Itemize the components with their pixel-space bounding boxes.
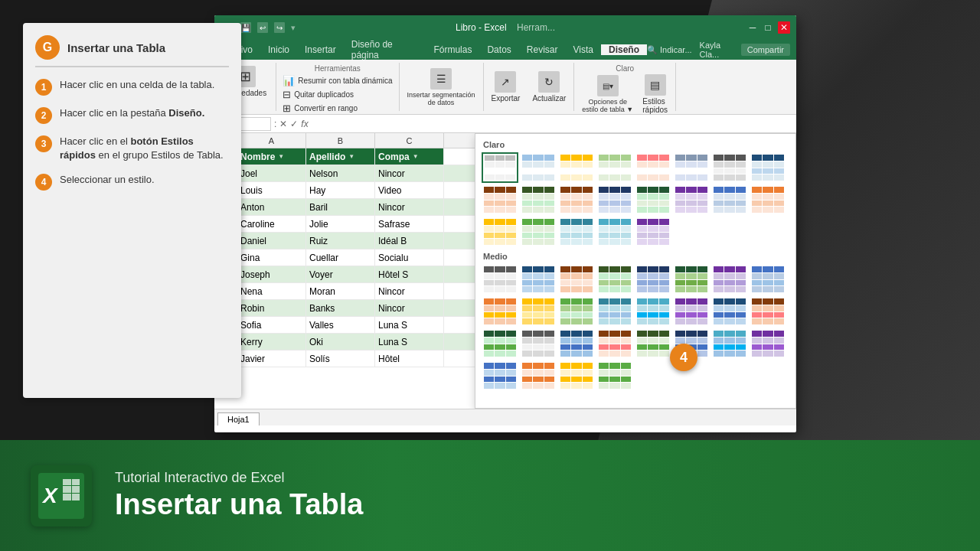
cell-c6[interactable]: Idéal B xyxy=(375,233,444,249)
cell-a7[interactable]: Gina xyxy=(237,249,306,266)
cell-c5[interactable]: Safrase xyxy=(375,216,444,232)
style-swatch[interactable] xyxy=(558,328,595,359)
filter-arrow-a1[interactable]: ▼ xyxy=(278,148,284,165)
cell-b7[interactable]: Cuellar xyxy=(306,249,375,266)
cell-b8[interactable]: Voyer xyxy=(306,266,375,282)
cell-b6[interactable]: Ruiz xyxy=(306,233,375,249)
style-swatch[interactable] xyxy=(596,184,633,215)
actualizar-button[interactable]: ↻ Actualizar xyxy=(529,70,569,104)
cell-c13[interactable]: Hôtel xyxy=(375,350,444,367)
tab-datos[interactable]: Datos xyxy=(479,44,518,55)
quitar-duplicados-btn[interactable]: ⊟ Quitar duplicados xyxy=(281,88,394,101)
style-swatch[interactable] xyxy=(558,184,595,215)
style-swatch[interactable] xyxy=(558,264,595,295)
cell-c11[interactable]: Luna S xyxy=(375,317,444,333)
cell-b2[interactable]: Nelson xyxy=(306,165,375,181)
style-swatch[interactable] xyxy=(711,152,748,183)
style-swatch[interactable] xyxy=(750,152,786,183)
cell-b10[interactable]: Banks xyxy=(306,300,375,316)
cell-b3[interactable]: Hay xyxy=(306,182,375,198)
cell-a13[interactable]: Javier xyxy=(237,350,306,367)
save-tb-btn[interactable]: 💾 xyxy=(240,22,251,33)
style-swatch[interactable] xyxy=(520,217,557,247)
convertir-rango-btn[interactable]: ⊞ Convertir en rango xyxy=(281,102,394,115)
segmentacion-button[interactable]: ☰ Insertar segmentaciónde datos xyxy=(404,67,479,108)
style-swatch[interactable] xyxy=(596,152,633,183)
style-swatch[interactable] xyxy=(596,360,633,391)
style-swatch[interactable] xyxy=(635,217,671,247)
user-account[interactable]: Kayla Cla... xyxy=(700,41,733,59)
style-swatch[interactable] xyxy=(482,360,518,391)
style-swatch[interactable] xyxy=(558,296,595,327)
style-swatch[interactable] xyxy=(750,264,786,295)
tab-insertar[interactable]: Insertar xyxy=(297,44,344,55)
style-swatch[interactable] xyxy=(711,264,748,295)
cell-a4[interactable]: Anton xyxy=(237,199,306,215)
cell-c1[interactable]: Compa ▼ xyxy=(375,148,444,165)
cell-a8[interactable]: Joseph xyxy=(237,266,306,282)
tab-diseno[interactable]: Diseño xyxy=(601,44,647,55)
tab-inicio[interactable]: Inicio xyxy=(260,44,297,55)
style-swatch[interactable] xyxy=(750,296,786,327)
redo-tb-btn[interactable]: ↪ xyxy=(274,22,285,33)
close-button[interactable]: ✕ xyxy=(778,21,790,34)
cell-c7[interactable]: Socialu xyxy=(375,249,444,266)
style-swatch[interactable] xyxy=(673,184,710,215)
style-dropdown[interactable]: Claro Medio xyxy=(475,133,796,409)
style-swatch[interactable] xyxy=(673,152,710,183)
style-swatch[interactable] xyxy=(711,328,748,359)
cell-c4[interactable]: Nincor xyxy=(375,199,444,215)
cell-c12[interactable]: Luna S xyxy=(375,334,444,350)
opciones-estilo-button[interactable]: ▤▾ Opciones deestilo de tabla ▼ xyxy=(579,73,636,115)
style-swatch[interactable] xyxy=(596,217,633,247)
cell-c3[interactable]: Video xyxy=(375,182,444,198)
sheet-tab-hoja1[interactable]: Hoja1 xyxy=(217,412,260,425)
style-swatch[interactable] xyxy=(482,217,518,247)
cell-a3[interactable]: Louis xyxy=(237,182,306,198)
style-swatch[interactable] xyxy=(635,296,671,327)
cell-a10[interactable]: Robin xyxy=(237,300,306,316)
style-swatch[interactable] xyxy=(750,328,786,359)
style-swatch[interactable] xyxy=(558,152,595,183)
cell-b13[interactable]: Solís xyxy=(306,350,375,367)
style-swatch[interactable] xyxy=(596,328,633,359)
fx-icon[interactable]: fx xyxy=(301,119,308,129)
style-swatch[interactable] xyxy=(711,184,748,215)
cell-a2[interactable]: Joel xyxy=(237,165,306,181)
cell-a12[interactable]: Kerry xyxy=(237,334,306,350)
style-swatch[interactable] xyxy=(596,296,633,327)
style-swatch[interactable] xyxy=(482,328,518,359)
style-swatch[interactable] xyxy=(482,184,518,215)
style-swatch[interactable] xyxy=(520,152,557,183)
style-swatch[interactable] xyxy=(520,360,557,391)
style-swatch[interactable] xyxy=(635,152,671,183)
exportar-button[interactable]: ↗ Exportar xyxy=(488,70,524,104)
cell-c2[interactable]: Nincor xyxy=(375,165,444,181)
cell-a5[interactable]: Caroline xyxy=(237,216,306,232)
filter-arrow-c1[interactable]: ▼ xyxy=(413,148,419,165)
search-indicator[interactable]: 🔍 Indicar... xyxy=(647,45,692,55)
style-swatch[interactable] xyxy=(750,184,786,215)
filter-arrow-b1[interactable]: ▼ xyxy=(348,148,354,165)
resumir-btn[interactable]: 📊 Resumir con tabla dinámica xyxy=(281,74,394,87)
cell-a1[interactable]: Nombre ▼ xyxy=(237,148,306,165)
cell-c9[interactable]: Nincor xyxy=(375,283,444,299)
style-swatch[interactable] xyxy=(558,217,595,247)
cell-b9[interactable]: Moran xyxy=(306,283,375,299)
style-swatch[interactable] xyxy=(482,152,518,183)
style-swatch[interactable] xyxy=(520,328,557,359)
cell-a11[interactable]: Sofia xyxy=(237,317,306,333)
share-button[interactable]: Compartir xyxy=(741,44,790,56)
confirm-formula-icon[interactable]: ✓ xyxy=(290,119,298,129)
cell-b4[interactable]: Baril xyxy=(306,199,375,215)
cell-b12[interactable]: Oki xyxy=(306,334,375,350)
style-swatch[interactable] xyxy=(520,296,557,327)
style-swatch[interactable] xyxy=(482,296,518,327)
style-swatch[interactable] xyxy=(635,184,671,215)
style-swatch[interactable] xyxy=(673,296,710,327)
cell-c10[interactable]: Nincor xyxy=(375,300,444,316)
cell-b1[interactable]: Apellido ▼ xyxy=(306,148,375,165)
undo-tb-btn[interactable]: ↩ xyxy=(257,22,268,33)
style-swatch[interactable] xyxy=(635,264,671,295)
style-swatch[interactable] xyxy=(520,264,557,295)
